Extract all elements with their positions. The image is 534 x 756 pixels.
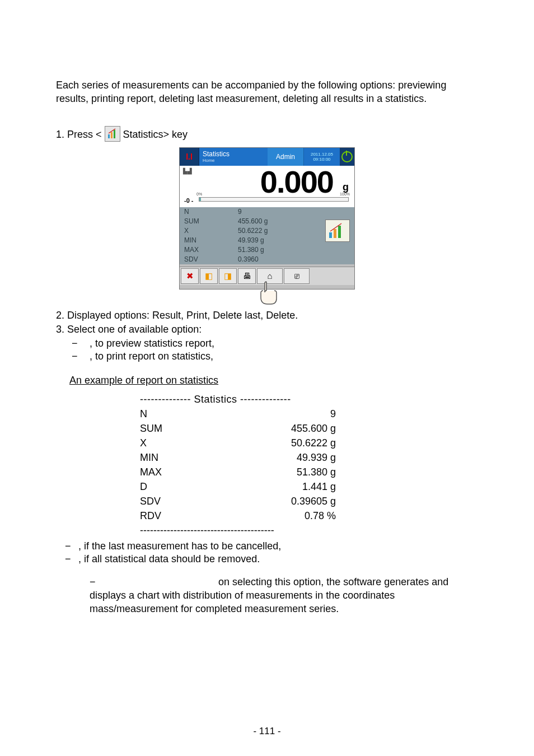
toolbar-btn-1[interactable]: ✖: [181, 268, 199, 284]
report-block: -------------- Statistics --------------…: [140, 392, 478, 538]
zero-indicator: -0 -: [184, 197, 194, 204]
step1-text-suffix: Statistics> key: [123, 129, 188, 140]
toolbar-btn-6[interactable]: ⎚: [284, 268, 310, 284]
device-time: 09:10:00: [313, 157, 330, 162]
device-logo-icon: l.l: [180, 148, 199, 166]
bargraph: [199, 197, 349, 202]
svg-rect-0: [108, 134, 110, 138]
device-date: 2011.12.05: [311, 152, 333, 157]
device-home-label: Home: [203, 158, 268, 163]
step-1: 1. Press < Statistics> key: [56, 126, 478, 142]
power-icon: [340, 148, 354, 166]
step-2: 2. Displayed options: Result, Print, Del…: [56, 310, 478, 321]
statistics-key-icon: [105, 126, 120, 142]
svg-rect-4: [334, 229, 336, 238]
reading-unit: g: [343, 181, 349, 193]
option-print: −, to print report on statistics,: [90, 351, 478, 362]
mini-chart-icon: [325, 220, 350, 242]
bar-100-label: 100%: [340, 192, 350, 196]
svg-rect-1: [111, 132, 113, 138]
toolbar-btn-2[interactable]: ◧: [200, 268, 218, 284]
report-header: -------------- Statistics --------------: [140, 392, 478, 407]
stability-icon: ▙▟: [183, 168, 192, 174]
option-preview: −, to preview statistics report,: [90, 338, 478, 349]
pointer-hand-icon: [252, 281, 282, 307]
svg-rect-3: [329, 232, 332, 238]
toolbar-btn-3[interactable]: ◨: [219, 268, 237, 284]
report-footer: ----------------------------------------: [140, 523, 478, 538]
device-mode-title: Statistics: [203, 150, 268, 158]
report-title: An example of report on statistics: [69, 375, 478, 386]
svg-rect-5: [338, 226, 341, 238]
reading-value: 0.000: [260, 164, 333, 200]
step1-text-prefix: 1. Press <: [56, 129, 102, 140]
step-3: 3. Select one of available option:: [56, 324, 478, 335]
device-screenshot: l.l Statistics Home Admin 2011.12.05 09:…: [179, 147, 355, 290]
option-delete-all: −, if all statistical data should be rem…: [78, 553, 478, 565]
option-delete-last: −, if the last measurement has to be can…: [78, 540, 478, 552]
bar-0-label: 0%: [196, 192, 202, 196]
device-stats-table: N9 SUM455.600 g X50.6222 g MIN49.939 g M…: [180, 207, 354, 264]
svg-rect-2: [114, 130, 115, 138]
option-chart: − on selecting this option, the software…: [90, 575, 478, 616]
intro-paragraph: Each series of measurements can be accom…: [56, 78, 478, 106]
page-number: - 111 -: [0, 726, 534, 737]
